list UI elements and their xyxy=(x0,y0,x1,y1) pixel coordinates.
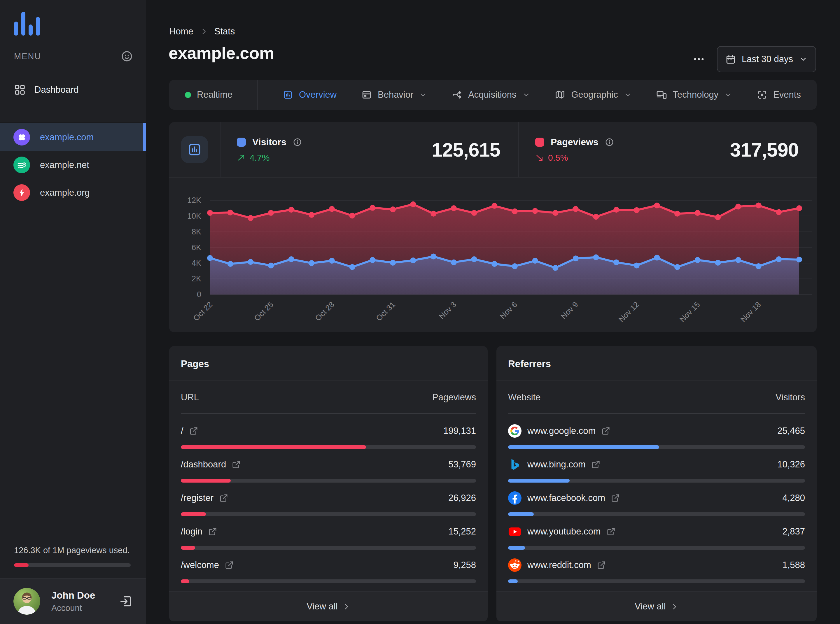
reddit-favicon-icon xyxy=(508,558,521,572)
stat-pageviews: Pageviews 0.5% 317,590 xyxy=(518,122,817,177)
row-bar-fill xyxy=(181,445,366,449)
tab-acquisitions[interactable]: Acquisitions xyxy=(452,90,530,100)
more-options-button[interactable] xyxy=(690,51,708,67)
external-link-icon[interactable] xyxy=(591,460,600,469)
sign-out-icon[interactable] xyxy=(119,595,132,608)
table-row: www.google.com25,465 xyxy=(508,424,805,449)
row-value: 9,258 xyxy=(453,560,476,570)
svg-text:Nov 15: Nov 15 xyxy=(678,300,702,324)
breadcrumb-home[interactable]: Home xyxy=(169,26,193,37)
tab-events[interactable]: Events xyxy=(757,90,801,100)
chart-badge xyxy=(181,136,208,163)
row-label: www.reddit.com xyxy=(528,560,591,570)
sidebar-site-example.com[interactable]: example.com xyxy=(0,124,146,151)
table-row: www.reddit.com1,588 xyxy=(508,558,805,583)
row-bar-track xyxy=(508,579,805,583)
trend-up-icon xyxy=(237,153,246,162)
page-title: example.com xyxy=(169,43,274,63)
live-dot-icon xyxy=(185,92,191,98)
table-row: /login15,252 xyxy=(181,525,476,550)
row-label: /login xyxy=(181,526,203,537)
visitors-label: Visitors xyxy=(252,137,286,148)
external-link-icon[interactable] xyxy=(208,527,217,536)
pages-panel: Pages URL Pageviews /199,131/dashboard53… xyxy=(169,346,488,621)
row-bar-track xyxy=(508,546,805,550)
svg-text:Nov 12: Nov 12 xyxy=(617,300,641,324)
tab-overview[interactable]: Overview xyxy=(283,90,337,100)
overview-icon xyxy=(283,90,293,100)
site-name: example.org xyxy=(40,187,90,198)
external-link-icon[interactable] xyxy=(602,426,610,436)
chevron-down-icon xyxy=(724,91,732,99)
row-bar-fill xyxy=(181,479,231,483)
trend-chart: 02K4K6K8K10K12KOct 22Oct 25Oct 28Oct 31N… xyxy=(169,178,817,332)
pages-view-all-button[interactable]: View all xyxy=(169,591,488,621)
sidebar-site-example.org[interactable]: example.org xyxy=(0,179,146,207)
stats-row: Visitors 4.7% 125,615 Pageviews xyxy=(169,122,817,178)
info-icon[interactable] xyxy=(293,137,302,147)
column-header-website: Website xyxy=(508,392,540,403)
pages-rows: /199,131/dashboard53,769/register26,926/… xyxy=(169,414,488,591)
external-link-icon[interactable] xyxy=(232,460,241,469)
persona-icon[interactable] xyxy=(121,50,133,62)
svg-text:Oct 22: Oct 22 xyxy=(192,300,214,323)
column-header-pageviews: Pageviews xyxy=(432,392,476,403)
external-link-icon[interactable] xyxy=(219,494,228,502)
row-bar-track xyxy=(181,546,476,550)
external-link-icon[interactable] xyxy=(225,561,234,570)
row-bar-fill xyxy=(181,546,195,550)
referrers-view-all-button[interactable]: View all xyxy=(497,591,817,621)
row-value: 4,280 xyxy=(782,493,805,503)
usage-bar-fill xyxy=(14,563,29,567)
table-row: www.bing.com10,326 xyxy=(508,458,805,483)
row-bar-track xyxy=(508,445,805,449)
site-list: example.comexample.netexample.org xyxy=(0,122,146,207)
tab-label: Geographic xyxy=(571,90,618,100)
svg-text:10K: 10K xyxy=(187,212,201,221)
row-label: www.youtube.com xyxy=(528,526,601,537)
row-bar-track xyxy=(181,445,476,449)
date-range-button[interactable]: Last 30 days xyxy=(717,46,816,72)
tab-geographic[interactable]: Geographic xyxy=(555,90,631,100)
sidebar-item-dashboard[interactable]: Dashboard xyxy=(0,77,146,102)
column-header-url: URL xyxy=(181,392,199,403)
row-bar-track xyxy=(508,512,805,516)
panel-title: Pages xyxy=(169,346,488,380)
table-row: /199,131 xyxy=(181,424,476,449)
row-value: 2,837 xyxy=(782,526,805,537)
tab-behavior[interactable]: Behavior xyxy=(361,90,427,100)
focus-icon xyxy=(757,90,767,100)
column-header-visitors: Visitors xyxy=(775,392,805,403)
stat-visitors: Visitors 4.7% 125,615 xyxy=(221,122,518,177)
svg-text:Oct 28: Oct 28 xyxy=(314,300,336,323)
row-value: 1,588 xyxy=(782,560,805,570)
external-link-icon[interactable] xyxy=(189,426,198,436)
tab-label: Behavior xyxy=(378,90,413,100)
trend-down-icon xyxy=(535,153,544,162)
svg-text:4K: 4K xyxy=(192,259,201,267)
map-icon xyxy=(555,90,565,100)
chevron-right-icon xyxy=(200,28,208,36)
row-label: /welcome xyxy=(181,560,219,570)
main-content: Home Stats example.com Last 30 days Real… xyxy=(146,0,840,624)
tab-divider xyxy=(257,80,258,110)
external-link-icon[interactable] xyxy=(607,527,616,536)
user-role: Account xyxy=(51,603,95,613)
svg-text:8K: 8K xyxy=(192,227,201,236)
row-value: 53,769 xyxy=(448,459,476,470)
row-bar-fill xyxy=(508,546,525,550)
account-section[interactable]: John Doe Account xyxy=(0,578,146,624)
external-link-icon[interactable] xyxy=(611,494,620,502)
svg-text:2K: 2K xyxy=(192,274,201,283)
table-row: /welcome9,258 xyxy=(181,558,476,583)
chevron-down-icon xyxy=(799,55,808,63)
chevron-right-icon xyxy=(342,603,350,610)
external-link-icon[interactable] xyxy=(597,561,606,570)
sidebar-site-example.net[interactable]: example.net xyxy=(0,151,146,179)
table-row: www.youtube.com2,837 xyxy=(508,525,805,550)
tab-technology[interactable]: Technology xyxy=(656,90,732,100)
sidebar: MENU Dashboard example.comexample.netexa… xyxy=(0,0,146,624)
info-icon[interactable] xyxy=(605,137,614,147)
pageviews-marker xyxy=(535,137,544,147)
tab-realtime[interactable]: Realtime xyxy=(185,90,232,100)
